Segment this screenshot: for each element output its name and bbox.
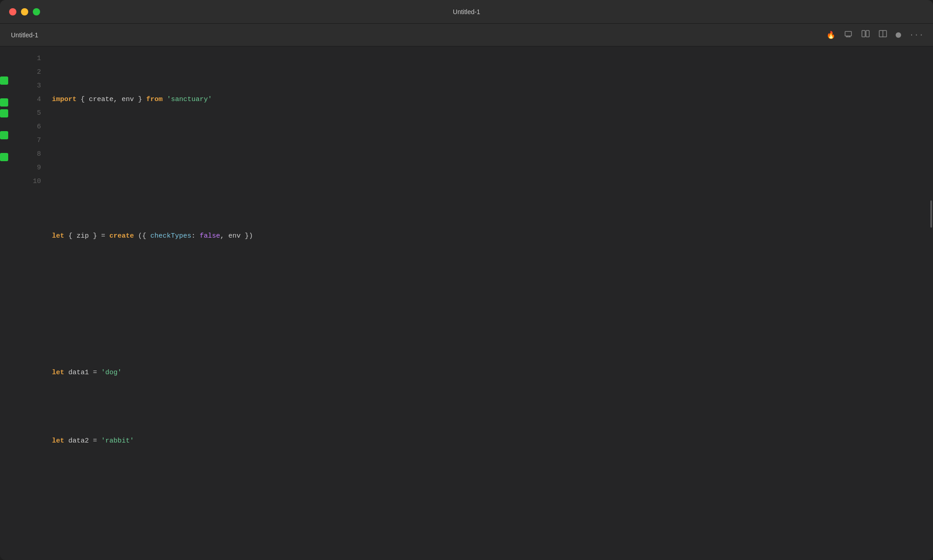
close-button[interactable]: [9, 8, 16, 15]
punct: [64, 366, 68, 380]
titlebar: Untitled-1: [0, 0, 933, 24]
punct: ({: [134, 229, 150, 243]
identifier-zip: zip: [77, 229, 89, 243]
code-line-5: let data1 = 'dog': [50, 366, 933, 380]
punct: }: [134, 93, 146, 107]
punct: =: [89, 434, 101, 448]
fn-create: create: [109, 229, 134, 243]
punct: :: [191, 229, 200, 243]
unsaved-indicator: ●: [896, 32, 901, 38]
more-options-button[interactable]: ···: [909, 31, 924, 39]
code-line-4: [50, 298, 933, 311]
columns-icon[interactable]: [861, 29, 870, 41]
gutter-marker-6: [0, 109, 8, 117]
svg-rect-0: [845, 31, 851, 36]
toolbar: Untitled-1 🔥 ●: [0, 24, 933, 46]
identifier-data1: data1: [68, 366, 89, 380]
line-number: 10: [14, 175, 41, 188]
window-title: Untitled-1: [453, 8, 480, 15]
keyword-import: import: [52, 93, 77, 107]
scrollbar-track[interactable]: [929, 46, 933, 560]
punct: ,: [113, 93, 122, 107]
string-dog: 'dog': [101, 366, 122, 380]
keyword-false: false: [200, 229, 220, 243]
gutter-marker-10: [0, 153, 8, 161]
code-line-3: let { zip } = create ({ checkTypes : fal…: [50, 229, 933, 243]
keyword-let: let: [52, 229, 64, 243]
gutter-marker-3: [0, 76, 8, 85]
string-rabbit: 'rabbit': [101, 434, 134, 448]
keyword-let3: let: [52, 434, 64, 448]
editor-area: 1 2 3 4 5 6 7 8 9 10 import { create , e…: [0, 46, 933, 560]
string-sanctuary: 'sanctuary': [167, 93, 212, 107]
line-number: 3: [14, 79, 41, 93]
gutter-marker-5: [0, 98, 8, 107]
toolbar-actions: 🔥 ● ···: [826, 29, 924, 41]
svg-rect-2: [866, 31, 869, 37]
identifier-create: create: [89, 93, 113, 107]
scrollbar-thumb[interactable]: [930, 200, 932, 228]
svg-rect-1: [862, 31, 865, 37]
file-name: Untitled-1: [11, 31, 38, 39]
punct: }): [241, 229, 253, 243]
split-icon[interactable]: [878, 29, 887, 41]
code-editor[interactable]: import { create , env } from 'sanctuary'…: [50, 46, 933, 560]
punct: [64, 434, 68, 448]
code-line-2: [50, 161, 933, 175]
code-line-6: let data2 = 'rabbit': [50, 434, 933, 448]
line-number: 1: [14, 52, 41, 66]
traffic-lights: [9, 8, 40, 15]
punct: {: [64, 229, 77, 243]
line-number: 7: [14, 134, 41, 148]
line-number: 8: [14, 148, 41, 161]
line-number: 9: [14, 161, 41, 175]
punct: {: [77, 93, 89, 107]
gutter-marker-8: [0, 131, 8, 139]
line-number: 6: [14, 120, 41, 134]
code-line-1: import { create , env } from 'sanctuary': [50, 93, 933, 107]
flame-icon[interactable]: 🔥: [826, 31, 836, 40]
minimize-button[interactable]: [21, 8, 28, 15]
broadcast-icon[interactable]: [844, 29, 853, 41]
punct: } =: [89, 229, 109, 243]
identifier-env: env: [122, 93, 134, 107]
line-number: 4: [14, 93, 41, 107]
identifier-data2: data2: [68, 434, 89, 448]
maximize-button[interactable]: [33, 8, 40, 15]
keyword-from: from: [146, 93, 163, 107]
line-number: 5: [14, 107, 41, 120]
punct: [163, 93, 167, 107]
editor-window: Untitled-1 Untitled-1 🔥: [0, 0, 933, 560]
keyword-let2: let: [52, 366, 64, 380]
identifier-env2: env: [228, 229, 241, 243]
line-number: 2: [14, 66, 41, 79]
breakpoint-gutter: [0, 46, 14, 560]
prop-checkTypes: checkTypes: [150, 229, 191, 243]
line-numbers: 1 2 3 4 5 6 7 8 9 10: [14, 46, 50, 560]
code-line-7: [50, 503, 933, 516]
punct: ,: [220, 229, 228, 243]
punct: =: [89, 366, 101, 380]
